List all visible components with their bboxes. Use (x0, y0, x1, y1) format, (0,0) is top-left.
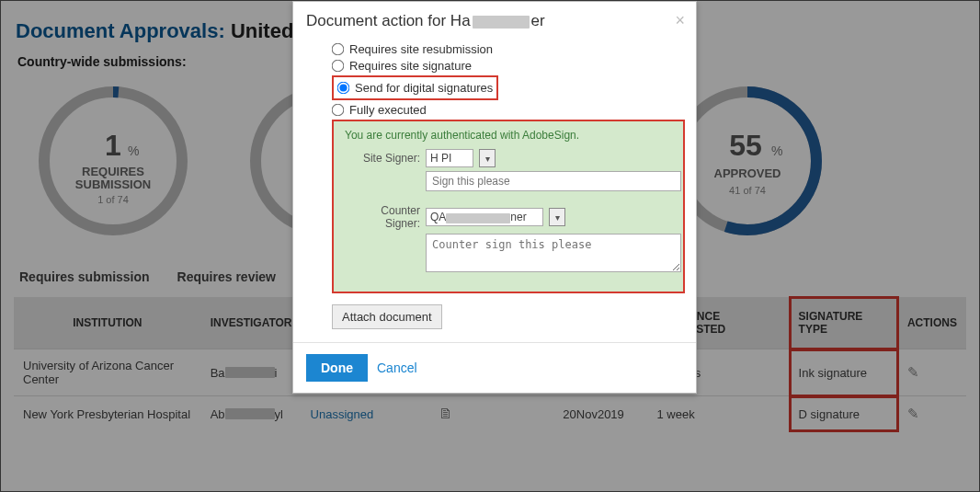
site-signer-label: Site Signer: (345, 152, 420, 165)
site-signer-message-input[interactable] (426, 171, 681, 191)
radio-site-signature-input[interactable] (332, 60, 345, 73)
radio-send-digital-input[interactable] (337, 82, 350, 95)
cancel-link[interactable]: Cancel (377, 360, 417, 375)
modal-title: Document action for Haer (306, 12, 545, 30)
radio-site-signature[interactable]: Requires site signature (332, 59, 683, 73)
chevron-down-icon[interactable]: ▾ (549, 208, 565, 226)
radio-resubmission[interactable]: Requires site resubmission (332, 42, 683, 56)
site-signer-select[interactable]: H PI (426, 149, 473, 167)
chevron-down-icon[interactable]: ▾ (479, 149, 496, 167)
auth-message: You are currently authenticated with Ado… (345, 129, 674, 142)
digital-signature-panel: You are currently authenticated with Ado… (332, 120, 685, 293)
counter-signer-label: Counter Signer: (345, 204, 420, 230)
attach-document-button[interactable]: Attach document (332, 304, 442, 329)
modal-header: Document action for Haer × (293, 2, 696, 36)
radio-fully-executed[interactable]: Fully executed (332, 103, 683, 117)
radio-fully-executed-input[interactable] (332, 104, 345, 117)
close-icon[interactable]: × (675, 11, 685, 30)
done-button[interactable]: Done (306, 354, 368, 382)
radio-resubmission-input[interactable] (332, 43, 345, 56)
modal-footer: Done Cancel (293, 342, 696, 393)
document-action-modal: Document action for Haer × Requires site… (292, 1, 697, 394)
counter-signer-select[interactable]: QAner (426, 208, 543, 226)
radio-send-digital[interactable]: Send for digital signatures (337, 81, 493, 95)
counter-signer-message-input[interactable] (426, 234, 681, 272)
